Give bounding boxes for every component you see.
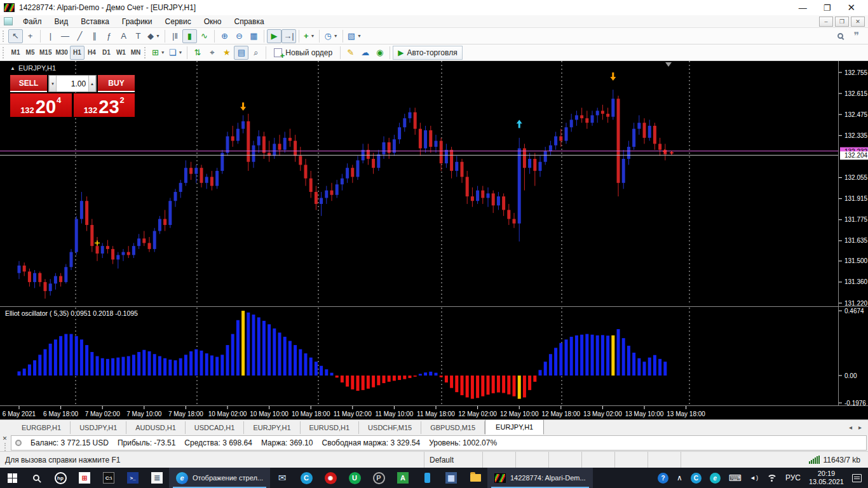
tray-chevron-icon[interactable]: ∧ xyxy=(677,473,682,482)
text-label-button[interactable]: T xyxy=(131,29,146,43)
terminal-toggle-button[interactable]: ▤ xyxy=(234,46,248,60)
tab-eurusd[interactable]: EURUSD,H1 xyxy=(301,421,360,434)
symbol-label[interactable]: ▲ EURJPY,H1 xyxy=(10,64,56,72)
taskbar-phone-app[interactable] xyxy=(415,468,439,488)
taskbar-cmd-app[interactable]: C:\ xyxy=(97,468,121,488)
chart-area[interactable]: 132.755132.615132.475132.335132.055131.9… xyxy=(0,61,868,419)
menu-help[interactable]: Справка xyxy=(228,16,271,27)
navigator-button[interactable]: ⌖ xyxy=(205,46,219,60)
cloud-button[interactable]: ☁ xyxy=(358,46,372,60)
start-button[interactable] xyxy=(0,468,24,488)
favorites-button[interactable]: ★ xyxy=(219,46,234,60)
timeframe-h1[interactable]: H1 xyxy=(70,46,85,60)
brush-button[interactable]: ✎ xyxy=(343,46,358,60)
text-button[interactable]: A xyxy=(116,29,131,43)
taskbar-mail-app[interactable]: ✉ xyxy=(270,468,294,488)
search-icon[interactable] xyxy=(837,33,843,39)
new-order-button[interactable]: Новый ордер xyxy=(269,46,337,60)
taskbar-uplay-app[interactable]: U xyxy=(342,468,367,488)
tab-audusd[interactable]: AUDUSD,H1 xyxy=(126,421,186,434)
auto-scroll-button[interactable]: ▶ xyxy=(267,29,281,43)
templates-dropdown[interactable]: ▧▼ xyxy=(346,29,363,43)
timeframe-h4[interactable]: H4 xyxy=(85,46,99,60)
terminal-close-icon[interactable]: ✕ xyxy=(3,435,8,442)
market-watch-button[interactable]: ⇅ xyxy=(190,46,205,60)
taskbar-search-button[interactable] xyxy=(24,468,48,488)
volume-input[interactable] xyxy=(57,76,88,92)
child-close-button[interactable]: ✕ xyxy=(851,17,865,27)
taskbar-hp-app[interactable]: hp xyxy=(48,468,72,488)
tab-eurjpy-active[interactable]: EURJPY,H1 xyxy=(485,419,544,435)
menu-window[interactable]: Окно xyxy=(198,16,228,27)
chat-icon[interactable]: ❞ xyxy=(853,30,859,42)
volume-down-button[interactable]: ▼ xyxy=(49,76,57,92)
taskbar-red-app[interactable]: ◉ xyxy=(318,468,342,488)
chart-shift-button[interactable]: →| xyxy=(281,29,296,43)
timeframe-mn[interactable]: MN xyxy=(128,46,143,60)
taskbar-powershell-app[interactable]: >_ xyxy=(121,468,145,488)
toolbar-grip[interactable] xyxy=(3,30,6,42)
child-restore-button[interactable]: ❐ xyxy=(835,17,849,27)
toolbar-grip2[interactable] xyxy=(3,47,6,58)
timeframe-m5[interactable]: M5 xyxy=(23,46,37,60)
taskbar-notepad-app[interactable]: ≣ xyxy=(145,468,169,488)
horizontal-line-button[interactable]: — xyxy=(58,29,72,43)
trend-line-button[interactable]: ╱ xyxy=(72,29,87,43)
profiles-dropdown[interactable]: ❏▼ xyxy=(167,46,185,60)
tab-eurjpy[interactable]: EURJPY,H1 xyxy=(244,421,300,434)
new-chart-dropdown[interactable]: ⊞▼ xyxy=(150,46,167,60)
timeframe-d1[interactable]: D1 xyxy=(99,46,114,60)
tab-usdjpy[interactable]: USDJPY,H1 xyxy=(71,421,126,434)
taskbar-clock[interactable]: 20:19 13.05.2021 xyxy=(809,470,844,486)
tab-usdcad[interactable]: USDCAD,H1 xyxy=(186,421,245,434)
signals-button[interactable]: ◉ xyxy=(372,46,387,60)
menu-charts[interactable]: Графики xyxy=(116,16,159,27)
zoom-out-button[interactable]: ⊖ xyxy=(232,29,247,43)
sell-button[interactable]: SELL xyxy=(10,75,47,92)
tile-windows-button[interactable]: ▦ xyxy=(247,29,261,43)
candlestick-chart-button[interactable]: ▮ xyxy=(182,29,197,43)
tabs-scroll-left[interactable]: ◂ xyxy=(849,424,852,431)
zoom-in-button[interactable]: ⊕ xyxy=(217,29,232,43)
tab-gbpusd[interactable]: GBPUSD,M15 xyxy=(421,421,485,434)
crosshair-button[interactable]: + xyxy=(23,29,37,43)
bars-chart-button[interactable]: |‖ xyxy=(168,29,182,43)
taskbar-edge-window[interactable]: e Отображение стрел... xyxy=(169,468,270,488)
taskbar-translator-app[interactable]: A xyxy=(391,468,415,488)
volume-icon[interactable]: ◄) xyxy=(750,475,759,481)
timeframe-w1[interactable]: W1 xyxy=(114,46,128,60)
channel-button[interactable]: ∥ xyxy=(87,29,102,43)
terminal-grip[interactable] xyxy=(4,443,6,451)
strategy-tester-button[interactable]: ⌕ xyxy=(248,46,263,60)
taskbar-store-app[interactable]: ⊞ xyxy=(72,468,97,488)
tray-e-icon[interactable]: e xyxy=(710,473,721,484)
child-minimize-button[interactable]: – xyxy=(819,17,833,27)
line-chart-button[interactable]: ∿ xyxy=(197,29,212,43)
minimize-button[interactable]: — xyxy=(799,3,807,13)
menu-insert[interactable]: Вставка xyxy=(74,16,116,27)
touch-keyboard-icon[interactable]: ⌨ xyxy=(729,473,742,483)
status-profile[interactable]: Default xyxy=(424,452,483,468)
menu-service[interactable]: Сервис xyxy=(159,16,198,27)
sell-price[interactable]: 132 20 4 xyxy=(10,93,72,117)
timeframe-m1[interactable]: M1 xyxy=(8,46,23,60)
notification-center-icon[interactable] xyxy=(852,474,862,482)
tab-usdchf[interactable]: USDCHF,M15 xyxy=(359,421,421,434)
chart-window-icon[interactable] xyxy=(4,17,13,25)
taskbar-calculator-app[interactable]: ▦ xyxy=(439,468,463,488)
buy-button[interactable]: BUY xyxy=(98,75,135,92)
menu-file[interactable]: Файл xyxy=(17,16,48,27)
timeframe-m30[interactable]: M30 xyxy=(53,46,69,60)
periods-dropdown[interactable]: ◷▼ xyxy=(322,29,339,43)
buy-price[interactable]: 132 23 2 xyxy=(74,93,135,117)
tabs-scroll-right[interactable]: ▸ xyxy=(858,424,862,431)
taskbar-p-app[interactable]: P xyxy=(367,468,391,488)
autotrading-button[interactable]: ▶ Авто-торговля xyxy=(393,46,462,60)
toolbar-grip3[interactable] xyxy=(144,47,147,58)
menu-view[interactable]: Вид xyxy=(48,16,75,27)
volume-up-button[interactable]: ▲ xyxy=(88,76,96,92)
taskbar-ccleaner-app[interactable]: C xyxy=(294,468,318,488)
language-indicator[interactable]: РУС xyxy=(785,473,801,482)
arrows-dropdown[interactable]: ◆▼ xyxy=(146,29,162,43)
vertical-line-button[interactable]: | xyxy=(43,29,58,43)
